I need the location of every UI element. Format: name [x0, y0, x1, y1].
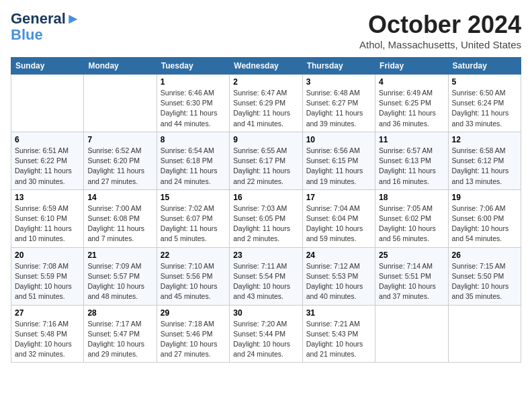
- calendar-week-row: 1Sunrise: 6:46 AMSunset: 6:30 PMDaylight…: [11, 75, 521, 132]
- day-info: Sunrise: 6:57 AMSunset: 6:13 PMDaylight:…: [379, 146, 444, 187]
- day-info: Sunrise: 6:54 AMSunset: 6:18 PMDaylight:…: [161, 146, 226, 187]
- calendar-cell: [11, 75, 84, 132]
- day-number: 5: [452, 77, 517, 87]
- calendar-cell: 11Sunrise: 6:57 AMSunset: 6:13 PMDayligh…: [375, 132, 448, 189]
- calendar-week-row: 27Sunrise: 7:16 AMSunset: 5:48 PMDayligh…: [11, 305, 521, 363]
- day-number: 28: [87, 308, 152, 318]
- day-number: 13: [15, 193, 80, 202]
- day-number: 9: [233, 135, 298, 144]
- calendar-cell: 19Sunrise: 7:06 AMSunset: 6:00 PMDayligh…: [448, 189, 521, 247]
- calendar-cell: [375, 305, 448, 363]
- calendar-cell: 20Sunrise: 7:08 AMSunset: 5:59 PMDayligh…: [11, 247, 84, 305]
- logo-text: General► Blue: [11, 11, 81, 43]
- calendar-cell: 30Sunrise: 7:20 AMSunset: 5:44 PMDayligh…: [230, 305, 302, 363]
- calendar-header-friday: Friday: [375, 58, 448, 75]
- day-info: Sunrise: 7:05 AMSunset: 6:02 PMDaylight:…: [379, 203, 444, 244]
- calendar-week-row: 6Sunrise: 6:51 AMSunset: 6:22 PMDaylight…: [11, 132, 521, 189]
- day-info: Sunrise: 7:03 AMSunset: 6:05 PMDaylight:…: [233, 203, 298, 244]
- calendar-header-thursday: Thursday: [302, 58, 375, 75]
- day-number: 21: [87, 250, 152, 260]
- calendar-cell: 5Sunrise: 6:50 AMSunset: 6:24 PMDaylight…: [448, 75, 521, 132]
- day-info: Sunrise: 7:14 AMSunset: 5:51 PMDaylight:…: [379, 261, 444, 302]
- day-info: Sunrise: 6:55 AMSunset: 6:17 PMDaylight:…: [233, 146, 298, 187]
- day-number: 25: [379, 250, 444, 260]
- calendar-week-row: 13Sunrise: 6:59 AMSunset: 6:10 PMDayligh…: [11, 189, 521, 247]
- day-info: Sunrise: 6:52 AMSunset: 6:20 PMDaylight:…: [87, 146, 152, 187]
- month-title: October 2024: [359, 11, 521, 39]
- calendar-cell: 22Sunrise: 7:10 AMSunset: 5:56 PMDayligh…: [157, 247, 229, 305]
- calendar-cell: [448, 305, 521, 363]
- day-info: Sunrise: 6:47 AMSunset: 6:29 PMDaylight:…: [233, 88, 298, 129]
- day-info: Sunrise: 6:51 AMSunset: 6:22 PMDaylight:…: [15, 146, 80, 187]
- day-info: Sunrise: 6:46 AMSunset: 6:30 PMDaylight:…: [161, 88, 226, 129]
- day-number: 24: [306, 250, 371, 260]
- calendar-table: SundayMondayTuesdayWednesdayThursdayFrid…: [11, 57, 521, 363]
- day-number: 15: [161, 193, 226, 202]
- day-number: 10: [306, 135, 371, 144]
- day-info: Sunrise: 7:15 AMSunset: 5:50 PMDaylight:…: [452, 261, 517, 302]
- calendar-cell: 10Sunrise: 6:56 AMSunset: 6:15 PMDayligh…: [302, 132, 375, 189]
- day-number: 6: [15, 135, 80, 144]
- day-number: 26: [452, 250, 517, 260]
- day-number: 17: [306, 193, 371, 202]
- calendar-header-tuesday: Tuesday: [157, 58, 229, 75]
- day-number: 27: [15, 308, 80, 318]
- day-info: Sunrise: 6:58 AMSunset: 6:12 PMDaylight:…: [452, 146, 517, 187]
- day-info: Sunrise: 7:02 AMSunset: 6:07 PMDaylight:…: [161, 203, 226, 244]
- calendar-cell: 27Sunrise: 7:16 AMSunset: 5:48 PMDayligh…: [11, 305, 84, 363]
- calendar-cell: 4Sunrise: 6:49 AMSunset: 6:25 PMDaylight…: [375, 75, 448, 132]
- calendar-cell: 12Sunrise: 6:58 AMSunset: 6:12 PMDayligh…: [448, 132, 521, 189]
- calendar-cell: 3Sunrise: 6:48 AMSunset: 6:27 PMDaylight…: [302, 75, 375, 132]
- day-number: 4: [379, 77, 444, 87]
- day-number: 16: [233, 193, 298, 202]
- day-info: Sunrise: 7:16 AMSunset: 5:48 PMDaylight:…: [15, 319, 80, 360]
- day-number: 31: [306, 308, 371, 318]
- day-number: 2: [233, 77, 298, 87]
- day-number: 29: [161, 308, 226, 318]
- calendar-cell: 25Sunrise: 7:14 AMSunset: 5:51 PMDayligh…: [375, 247, 448, 305]
- day-info: Sunrise: 7:10 AMSunset: 5:56 PMDaylight:…: [161, 261, 226, 302]
- calendar-header-sunday: Sunday: [11, 58, 84, 75]
- calendar-cell: 14Sunrise: 7:00 AMSunset: 6:08 PMDayligh…: [84, 189, 157, 247]
- calendar-cell: 29Sunrise: 7:18 AMSunset: 5:46 PMDayligh…: [157, 305, 229, 363]
- calendar-header-saturday: Saturday: [448, 58, 521, 75]
- day-number: 12: [452, 135, 517, 144]
- calendar-cell: 17Sunrise: 7:04 AMSunset: 6:04 PMDayligh…: [302, 189, 375, 247]
- calendar-cell: 2Sunrise: 6:47 AMSunset: 6:29 PMDaylight…: [230, 75, 302, 132]
- day-number: 14: [87, 193, 152, 202]
- calendar-week-row: 20Sunrise: 7:08 AMSunset: 5:59 PMDayligh…: [11, 247, 521, 305]
- day-number: 19: [452, 193, 517, 202]
- day-number: 20: [15, 250, 80, 260]
- calendar-cell: 1Sunrise: 6:46 AMSunset: 6:30 PMDaylight…: [157, 75, 229, 132]
- day-number: 11: [379, 135, 444, 144]
- day-info: Sunrise: 7:17 AMSunset: 5:47 PMDaylight:…: [87, 319, 152, 360]
- calendar-cell: 31Sunrise: 7:21 AMSunset: 5:43 PMDayligh…: [302, 305, 375, 363]
- calendar-cell: 26Sunrise: 7:15 AMSunset: 5:50 PMDayligh…: [448, 247, 521, 305]
- day-info: Sunrise: 7:06 AMSunset: 6:00 PMDaylight:…: [452, 203, 517, 244]
- calendar-cell: 15Sunrise: 7:02 AMSunset: 6:07 PMDayligh…: [157, 189, 229, 247]
- day-info: Sunrise: 7:20 AMSunset: 5:44 PMDaylight:…: [233, 319, 298, 360]
- page-header: General► Blue October 2024 Athol, Massac…: [11, 11, 521, 50]
- day-info: Sunrise: 7:00 AMSunset: 6:08 PMDaylight:…: [87, 203, 152, 244]
- calendar-cell: 13Sunrise: 6:59 AMSunset: 6:10 PMDayligh…: [11, 189, 84, 247]
- day-info: Sunrise: 6:48 AMSunset: 6:27 PMDaylight:…: [306, 88, 371, 129]
- day-info: Sunrise: 7:04 AMSunset: 6:04 PMDaylight:…: [306, 203, 371, 244]
- calendar-header-wednesday: Wednesday: [230, 58, 302, 75]
- day-number: 1: [161, 77, 226, 87]
- calendar-body: 1Sunrise: 6:46 AMSunset: 6:30 PMDaylight…: [11, 75, 521, 363]
- calendar-cell: 24Sunrise: 7:12 AMSunset: 5:53 PMDayligh…: [302, 247, 375, 305]
- calendar-cell: [84, 75, 157, 132]
- day-number: 23: [233, 250, 298, 260]
- day-info: Sunrise: 7:11 AMSunset: 5:54 PMDaylight:…: [233, 261, 298, 302]
- calendar-header-row: SundayMondayTuesdayWednesdayThursdayFrid…: [11, 58, 521, 75]
- day-number: 22: [161, 250, 226, 260]
- day-info: Sunrise: 6:50 AMSunset: 6:24 PMDaylight:…: [452, 88, 517, 129]
- calendar-cell: 28Sunrise: 7:17 AMSunset: 5:47 PMDayligh…: [84, 305, 157, 363]
- day-info: Sunrise: 6:59 AMSunset: 6:10 PMDaylight:…: [15, 203, 80, 244]
- title-block: October 2024 Athol, Massachusetts, Unite…: [359, 11, 521, 50]
- calendar-cell: 16Sunrise: 7:03 AMSunset: 6:05 PMDayligh…: [230, 189, 302, 247]
- day-number: 3: [306, 77, 371, 87]
- day-info: Sunrise: 7:08 AMSunset: 5:59 PMDaylight:…: [15, 261, 80, 302]
- day-info: Sunrise: 6:56 AMSunset: 6:15 PMDaylight:…: [306, 146, 371, 187]
- day-info: Sunrise: 7:18 AMSunset: 5:46 PMDaylight:…: [161, 319, 226, 360]
